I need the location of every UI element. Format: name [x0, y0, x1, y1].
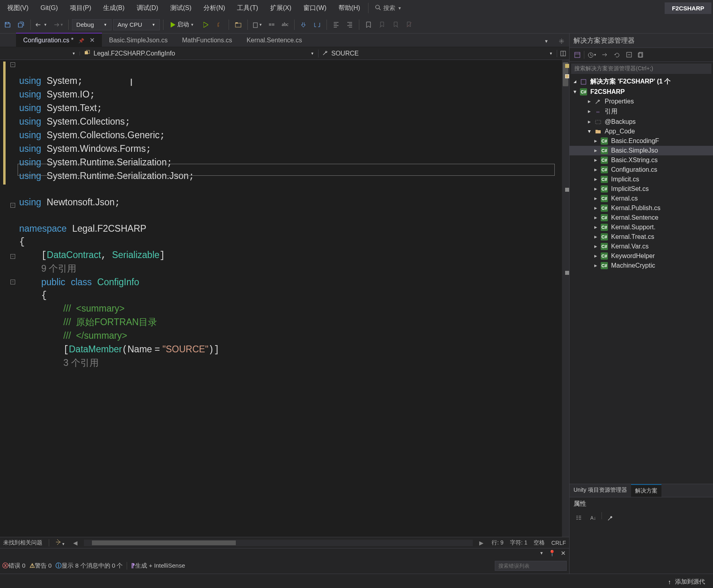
outdent-button[interactable] [344, 19, 356, 31]
fold-toggle[interactable]: − [10, 280, 15, 284]
expand-toggle[interactable] [573, 80, 577, 84]
expand-toggle[interactable] [587, 129, 591, 133]
file-node[interactable]: C#Kernal.Publish.cs [570, 203, 713, 213]
history-button[interactable]: ▼ [586, 50, 598, 60]
alphabetical-button[interactable]: A↓ [587, 512, 599, 524]
step-over-button[interactable] [311, 19, 323, 31]
file-node[interactable]: C#MachineCryptic [570, 261, 713, 270]
file-node[interactable]: C#Basic.SimpleJso [570, 146, 713, 155]
indent-button[interactable] [330, 19, 342, 31]
sync-button[interactable] [600, 50, 610, 60]
menu-tools[interactable]: 工具(T) [231, 2, 263, 15]
property-pages-button[interactable] [604, 512, 616, 524]
solution-search-input[interactable]: 搜索解决方案资源管理器(Ctrl+;) [571, 64, 711, 74]
open-file-button[interactable] [232, 19, 244, 31]
fold-toggle[interactable]: − [10, 254, 15, 259]
file-node[interactable]: C#Basic.EncodingF [570, 136, 713, 146]
save-all-button[interactable] [15, 19, 27, 31]
nav-class-dropdown[interactable]: Legal.F2CSHARP.ConfigInfo ▼ [80, 50, 319, 58]
configuration-dropdown[interactable]: Debug ▼ [72, 19, 112, 30]
expand-toggle[interactable] [587, 120, 591, 124]
tab-solution-explorer[interactable]: 解决方案 [631, 484, 661, 497]
comment-lines-button[interactable]: ≡≡ [265, 19, 277, 31]
vertical-scrollbar[interactable] [562, 60, 569, 537]
pin-icon[interactable]: 📍 [548, 550, 556, 557]
tab-settings-button[interactable] [556, 35, 568, 47]
menu-project[interactable]: 项目(P) [64, 2, 97, 15]
solution-node[interactable]: 解决方案 'F2CSHARP' (1 个 [570, 76, 713, 87]
tab-basic-simplejson[interactable]: Basic.SimpleJson.cs [102, 34, 175, 47]
file-node[interactable]: C#Kernal.cs [570, 194, 713, 203]
platform-dropdown[interactable]: Any CPU ▼ [113, 19, 160, 30]
pin-icon[interactable]: 📌 [78, 38, 84, 44]
backups-folder-node[interactable]: @Backups [570, 117, 713, 127]
step-into-button[interactable] [298, 19, 310, 31]
menu-debug[interactable]: 调试(D) [131, 2, 164, 15]
new-item-button[interactable]: ▼ [251, 19, 264, 31]
build-filter[interactable]: ⁋生成 + IntelliSense [127, 562, 185, 570]
codelens-references[interactable]: 3 个引用 [63, 358, 98, 368]
file-node[interactable]: C#Kernal.Treat.cs [570, 232, 713, 242]
bookmark-button[interactable] [362, 19, 374, 31]
file-node[interactable]: C#Kernal.Sentence [570, 213, 713, 222]
refresh-button[interactable] [612, 50, 622, 60]
close-icon[interactable]: ✕ [90, 37, 95, 44]
error-count[interactable]: ⓧ错误 0 [2, 562, 26, 570]
scrollbar-thumb[interactable] [92, 540, 236, 545]
code-editor[interactable]: − − − − using System; using System.IO;I … [0, 60, 569, 537]
error-search-input[interactable] [495, 561, 567, 571]
codelens-references[interactable]: 9 个引用 [41, 263, 76, 274]
global-search[interactable]: 搜索 ▼ [371, 4, 406, 12]
fold-toggle[interactable]: − [10, 203, 15, 208]
expand-toggle[interactable] [573, 90, 577, 94]
warning-count[interactable]: ⚠警告 0 [30, 562, 52, 570]
collapse-all-button[interactable] [624, 50, 634, 60]
scroll-right-arrow[interactable]: ▶ [478, 540, 485, 546]
quick-actions-icon[interactable]: ▼ [56, 539, 65, 546]
hot-reload-button[interactable] [213, 19, 225, 31]
menu-analyze[interactable]: 分析(N) [198, 2, 231, 15]
save-button[interactable] [2, 19, 14, 31]
home-button[interactable] [572, 50, 582, 60]
menu-window[interactable]: 窗口(W) [298, 2, 332, 15]
expand-toggle[interactable] [587, 110, 591, 114]
file-node[interactable]: C#ImplicitSet.cs [570, 184, 713, 194]
tab-kernal-sentence[interactable]: Kernal.Sentence.cs [239, 34, 309, 47]
prev-bookmark-button[interactable] [376, 19, 388, 31]
column-indicator[interactable]: 字符: 1 [510, 539, 528, 546]
tab-overflow-button[interactable]: ▼ [540, 35, 552, 47]
menu-test[interactable]: 测试(S) [165, 2, 197, 15]
issues-label[interactable]: 未找到相关问题 [3, 539, 42, 546]
tab-mathfunctions[interactable]: MathFunctions.cs [175, 34, 239, 47]
file-node[interactable]: C#KeywordHelper [570, 251, 713, 261]
file-node[interactable]: C#Kernal.Support. [570, 222, 713, 232]
indent-indicator[interactable]: 空格 [534, 539, 545, 546]
menu-help[interactable]: 帮助(H) [333, 2, 366, 15]
menu-build[interactable]: 生成(B) [98, 2, 130, 15]
app-code-folder-node[interactable]: App_Code [570, 127, 713, 136]
tab-configuration[interactable]: Configuration.cs* 📌 ✕ [16, 33, 102, 47]
nav-member-dropdown[interactable]: SOURCE ▼ [319, 50, 557, 57]
undo-button[interactable]: ▼ [34, 19, 49, 31]
add-to-source-control[interactable]: 添加到源代 [675, 578, 705, 586]
info-count[interactable]: ⓘ显示 8 个消息中的 0 个 [56, 562, 123, 570]
categorized-button[interactable] [573, 512, 585, 524]
eol-indicator[interactable]: CRLF [551, 540, 566, 546]
next-bookmark-button[interactable] [390, 19, 402, 31]
tab-unity-explorer[interactable]: Unity 项目资源管理器 [570, 484, 631, 497]
file-node[interactable]: C#Configuration.cs [570, 165, 713, 175]
horizontal-scrollbar[interactable] [84, 540, 473, 546]
project-node[interactable]: C# F2CSHARP [570, 87, 713, 97]
file-node[interactable]: C#Kernal.Var.cs [570, 242, 713, 251]
redo-button[interactable]: ▼ [50, 19, 65, 31]
text-button[interactable]: abc [279, 19, 291, 31]
menu-extensions[interactable]: 扩展(X) [265, 2, 297, 15]
split-editor-button[interactable] [557, 48, 569, 60]
start-debug-button[interactable]: 启动 ▼ [167, 19, 198, 31]
menu-git[interactable]: Git(G) [35, 2, 64, 14]
start-without-debug-button[interactable] [200, 19, 212, 31]
chevron-down-icon[interactable]: ▼ [540, 551, 544, 555]
file-node[interactable]: C#Basic.XString.cs [570, 155, 713, 165]
close-icon[interactable]: ✕ [561, 550, 566, 557]
properties-node[interactable]: Properties [570, 97, 713, 106]
